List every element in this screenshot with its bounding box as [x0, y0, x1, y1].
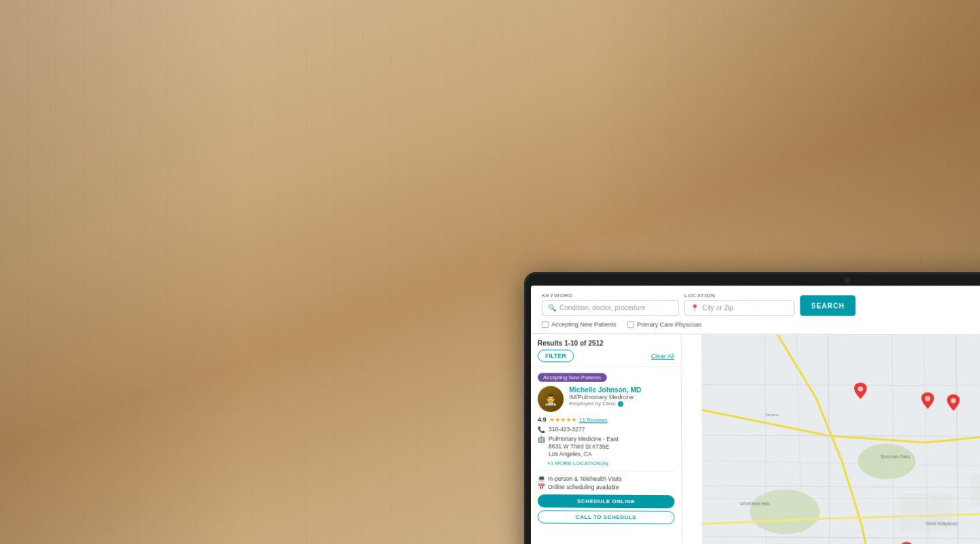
map-panel: Sort: Most relevant ▾ LIST MAP [682, 335, 980, 544]
call-to-schedule-button[interactable]: CALL TO SCHEDULE [538, 511, 674, 525]
department: Pulmonary Medicine - East [549, 435, 618, 443]
keyword-label: KEYWORD [542, 292, 679, 299]
left-panel: Results 1-10 of 2512 FILTER Clear All Ac… [531, 334, 683, 544]
map-tiles[interactable]: Woodland Hills Sherman Oaks Hollywood Be… [682, 335, 980, 544]
filter-button[interactable]: FILTER [538, 350, 574, 362]
search-bar-area: KEYWORD 🔍 Condition, doctor, procedure L… [531, 286, 980, 335]
accepting-patients-checkbox[interactable]: Accepting New Patients [542, 321, 617, 328]
employed-text: Employed by Clinic [569, 401, 616, 407]
avatar: 👨‍⚕️ [538, 386, 564, 412]
filter-row: Accepting New Patients Primary Care Phys… [542, 320, 980, 330]
stars: ★★★★★ [549, 416, 576, 423]
online-scheduling-text: Online scheduling available [548, 483, 619, 491]
svg-rect-23 [970, 475, 980, 507]
results-count: Results 1-10 of 2512 [538, 339, 604, 347]
laptop-screen: KEYWORD 🔍 Condition, doctor, procedure L… [524, 272, 980, 544]
search-button[interactable]: SEARCH [800, 295, 856, 316]
accepting-badge: Accepting New Patients [538, 373, 606, 381]
rating-row: 4.9 ★★★★★ 11 Reviews [538, 416, 674, 424]
phone-row: 📞 310-423-3277 [538, 426, 674, 434]
phone-number[interactable]: 310-423-3277 [549, 426, 585, 433]
schedule-online-button[interactable]: SCHEDULE ONLINE [538, 494, 674, 508]
address-line1: 8631 W Third St #735E [549, 443, 618, 451]
telehealth-row: 💻 In-person & Telehealth Visits [538, 475, 674, 483]
pcp-checkbox[interactable]: Primary Care Physician [627, 321, 702, 328]
doctor-name-group: Michelle Johnson, MD IM/Pulmonary Medici… [569, 386, 674, 407]
rating-number: 4.9 [538, 416, 546, 423]
app-ui: KEYWORD 🔍 Condition, doctor, procedure L… [531, 286, 980, 544]
calendar-icon: 📅 [538, 483, 545, 490]
pcp-label: Primary Care Physician [637, 321, 702, 328]
main-content: Results 1-10 of 2512 FILTER Clear All Ac… [531, 334, 980, 544]
clear-all-button[interactable]: Clear All [651, 353, 674, 360]
location-detail-row: 🏥 Pulmonary Medicine - East 8631 W Third… [538, 435, 674, 458]
building-icon: 🏥 [538, 436, 545, 443]
camera-dot [844, 277, 849, 283]
svg-text:Woodland Hills: Woodland Hills [740, 501, 770, 506]
checkbox-pcp[interactable] [627, 321, 634, 328]
doctor-info-row: 👨‍⚕️ Michelle Johnson, MD IM/Pulmonary M… [538, 386, 674, 413]
search-icon: 🔍 [548, 304, 556, 311]
search-row: KEYWORD 🔍 Condition, doctor, procedure L… [542, 292, 980, 316]
doctor-card: Accepting New Patients 👨‍⚕️ Michelle Joh… [531, 366, 682, 544]
visit-type-text: In-person & Telehealth Visits [548, 475, 621, 483]
address-line2: Los Angeles, CA [549, 451, 618, 459]
doctor-specialty: IM/Pulmonary Medicine [569, 394, 674, 401]
telehealth-icon: 💻 [538, 475, 545, 482]
map-svg: Woodland Hills Sherman Oaks Hollywood Be… [682, 335, 980, 544]
reviews-link[interactable]: 11 Reviews [579, 417, 608, 423]
doctor-name[interactable]: Michelle Johnson, MD [569, 386, 674, 394]
checkbox-accepting[interactable] [542, 321, 549, 328]
employed-by: Employed by Clinic i [569, 401, 674, 407]
phone-icon: 📞 [538, 426, 545, 433]
location-field-group: LOCATION 📍 City or Zip [684, 292, 794, 316]
screen-content: KEYWORD 🔍 Condition, doctor, procedure L… [531, 286, 980, 544]
more-locations[interactable]: +1 MORE LOCATION(S) [547, 460, 674, 467]
location-icon: 📍 [691, 304, 699, 311]
keyword-input[interactable]: Condition, doctor, procedure [559, 304, 645, 311]
location-label: LOCATION [684, 292, 794, 299]
location-input[interactable]: City or Zip [702, 304, 734, 311]
online-schedule-row: 📅 Online scheduling available [538, 483, 674, 491]
results-header: Results 1-10 of 2512 [531, 334, 681, 350]
accepting-label: Accepting New Patients [551, 321, 617, 328]
info-icon: i [618, 401, 623, 407]
keyword-input-wrap[interactable]: 🔍 Condition, doctor, procedure [542, 300, 679, 316]
divider [538, 471, 674, 472]
sort-view-row: Sort: Most relevant ▾ LIST MAP [689, 339, 980, 352]
location-input-wrap[interactable]: 📍 City or Zip [684, 300, 794, 316]
keyword-field-group: KEYWORD 🔍 Condition, doctor, procedure [542, 292, 679, 316]
svg-text:Tarzana: Tarzana [765, 413, 779, 417]
controls-row: FILTER Clear All [531, 350, 681, 367]
svg-text:Sherman Oaks: Sherman Oaks [880, 454, 910, 459]
